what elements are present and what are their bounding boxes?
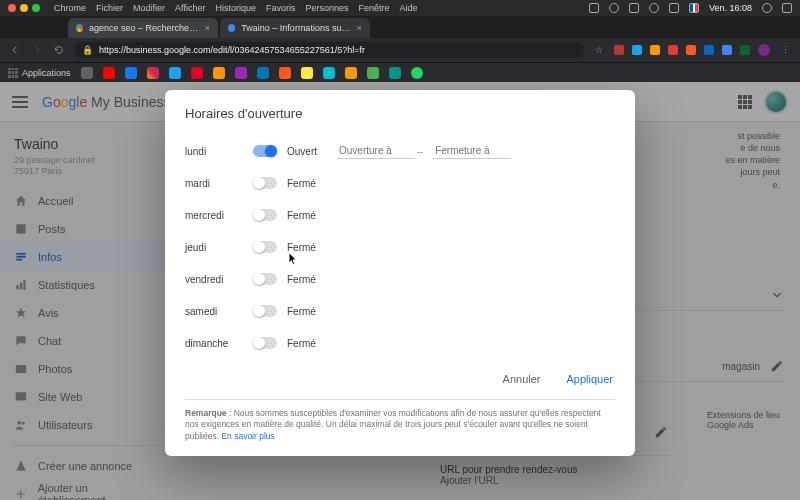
- day-label: lundi: [185, 146, 253, 157]
- tab-agence-seo[interactable]: agence seo – Recherche Goog ×: [68, 18, 218, 38]
- day-toggle[interactable]: [253, 241, 277, 253]
- bookmark-icon[interactable]: [279, 67, 291, 79]
- extension-icon[interactable]: [614, 45, 624, 55]
- bookmarks-bar: Applications: [0, 62, 800, 82]
- close-tab-icon[interactable]: ×: [357, 23, 362, 33]
- close-window-icon[interactable]: [8, 4, 16, 12]
- closing-time-input[interactable]: [433, 143, 511, 159]
- modal-title: Horaires d'ouverture: [185, 106, 615, 121]
- bookmark-icon[interactable]: [411, 67, 423, 79]
- zoom-window-icon[interactable]: [32, 4, 40, 12]
- bookmark-icon[interactable]: [81, 67, 93, 79]
- spotlight-icon[interactable]: [762, 3, 772, 13]
- menu-historique[interactable]: Historique: [215, 3, 256, 13]
- extension-icon[interactable]: [722, 45, 732, 55]
- bookmark-icon[interactable]: [345, 67, 357, 79]
- chrome-toolbar: 🔒 https://business.google.com/edit/l/036…: [0, 38, 800, 62]
- address-bar[interactable]: 🔒 https://business.google.com/edit/l/036…: [74, 42, 584, 58]
- extension-icon[interactable]: [668, 45, 678, 55]
- note-lead: Remarque: [185, 408, 227, 418]
- menu-fichier[interactable]: Fichier: [96, 3, 123, 13]
- reload-button[interactable]: [52, 43, 66, 57]
- day-label: mardi: [185, 178, 253, 189]
- day-toggle[interactable]: [253, 209, 277, 221]
- close-tab-icon[interactable]: ×: [205, 23, 210, 33]
- extension-icon[interactable]: [650, 45, 660, 55]
- bookmark-icon[interactable]: [147, 67, 159, 79]
- day-state: Fermé: [287, 178, 329, 189]
- tab-label: Twaino – Informations sur l'en: [241, 23, 350, 33]
- flag-icon: [689, 3, 699, 13]
- extension-icon[interactable]: [686, 45, 696, 55]
- profile-icon[interactable]: [758, 44, 770, 56]
- traffic-lights: [8, 4, 40, 12]
- day-row-mardi: mardi Fermé: [185, 171, 615, 195]
- bookmark-icon[interactable]: [169, 67, 181, 79]
- kebab-menu-icon[interactable]: ⋮: [778, 43, 792, 57]
- modal-overlay[interactable]: Horaires d'ouverture lundi Ouvert – mard…: [0, 82, 800, 500]
- modal-note: Remarque : Nous sommes susceptibles d'ex…: [185, 399, 615, 442]
- status-icon: [649, 3, 659, 13]
- bookmark-icon[interactable]: [367, 67, 379, 79]
- wifi-icon: [669, 3, 679, 13]
- day-row-samedi: samedi Fermé: [185, 299, 615, 323]
- apply-button[interactable]: Appliquer: [565, 369, 615, 389]
- day-toggle[interactable]: [253, 145, 277, 157]
- day-toggle[interactable]: [253, 177, 277, 189]
- forward-button[interactable]: [30, 43, 44, 57]
- day-state: Fermé: [287, 210, 329, 221]
- back-button[interactable]: [8, 43, 22, 57]
- extension-icon[interactable]: [740, 45, 750, 55]
- bookmark-icon[interactable]: [323, 67, 335, 79]
- day-toggle[interactable]: [253, 337, 277, 349]
- day-label: jeudi: [185, 242, 253, 253]
- day-toggle[interactable]: [253, 273, 277, 285]
- gmb-favicon-icon: [228, 24, 235, 32]
- extension-icon[interactable]: [704, 45, 714, 55]
- menu-modifier[interactable]: Modifier: [133, 3, 165, 13]
- lock-icon: 🔒: [82, 45, 93, 55]
- apps-shortcut[interactable]: Applications: [8, 68, 71, 78]
- day-row-dimanche: dimanche Fermé: [185, 331, 615, 355]
- cancel-button[interactable]: Annuler: [501, 369, 543, 389]
- day-row-mercredi: mercredi Fermé: [185, 203, 615, 227]
- minimize-window-icon[interactable]: [20, 4, 28, 12]
- day-row-lundi: lundi Ouvert –: [185, 139, 615, 163]
- modal-actions: Annuler Appliquer: [185, 369, 615, 389]
- menu-fenetre[interactable]: Fenêtre: [358, 3, 389, 13]
- tab-label: agence seo – Recherche Goog: [89, 23, 199, 33]
- bookmark-icon[interactable]: [301, 67, 313, 79]
- menu-chrome[interactable]: Chrome: [54, 3, 86, 13]
- menu-afficher[interactable]: Afficher: [175, 3, 205, 13]
- status-icon: [609, 3, 619, 13]
- day-state: Fermé: [287, 306, 329, 317]
- bookmark-icon[interactable]: [103, 67, 115, 79]
- hours-modal: Horaires d'ouverture lundi Ouvert – mard…: [165, 90, 635, 456]
- bookmark-icon[interactable]: [125, 67, 137, 79]
- tab-twaino[interactable]: Twaino – Informations sur l'en ×: [220, 18, 370, 38]
- day-state: Fermé: [287, 338, 329, 349]
- menu-aide[interactable]: Aide: [400, 3, 418, 13]
- day-row-vendredi: vendredi Fermé: [185, 267, 615, 291]
- learn-more-link[interactable]: En savoir plus: [221, 431, 274, 441]
- apps-icon: [8, 68, 18, 78]
- bookmark-icon[interactable]: [389, 67, 401, 79]
- star-icon[interactable]: ☆: [592, 43, 606, 57]
- day-label: vendredi: [185, 274, 253, 285]
- day-state: Ouvert: [287, 146, 329, 157]
- menu-personnes[interactable]: Personnes: [305, 3, 348, 13]
- menu-favoris[interactable]: Favoris: [266, 3, 296, 13]
- day-label: mercredi: [185, 210, 253, 221]
- bookmark-icon[interactable]: [213, 67, 225, 79]
- extension-icon[interactable]: [632, 45, 642, 55]
- day-label: dimanche: [185, 338, 253, 349]
- bookmark-icon[interactable]: [257, 67, 269, 79]
- day-state: Fermé: [287, 242, 329, 253]
- bookmark-icon[interactable]: [191, 67, 203, 79]
- status-icon: [629, 3, 639, 13]
- day-toggle[interactable]: [253, 305, 277, 317]
- bookmark-icon[interactable]: [235, 67, 247, 79]
- notifications-icon[interactable]: [782, 3, 792, 13]
- chrome-tabstrip: agence seo – Recherche Goog × Twaino – I…: [0, 16, 800, 38]
- opening-time-input[interactable]: [337, 143, 415, 159]
